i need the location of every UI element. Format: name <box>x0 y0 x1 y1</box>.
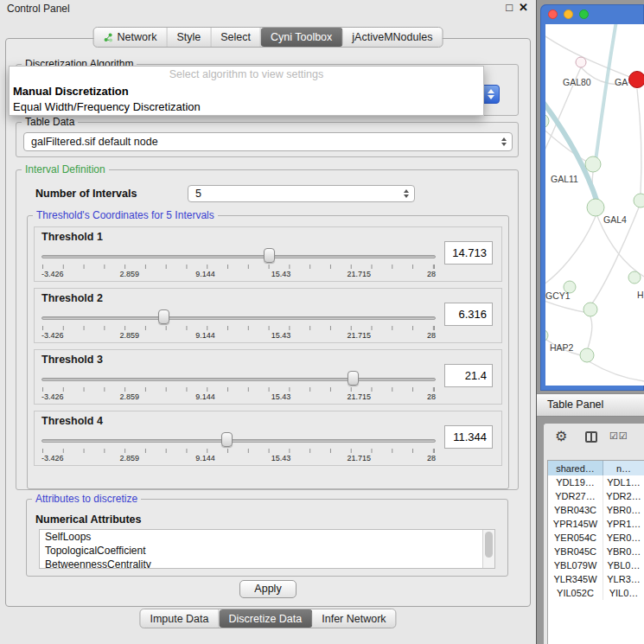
table-row[interactable]: YBR043CYBR0… <box>548 503 644 517</box>
slider-ticks <box>42 387 435 392</box>
network-view-window[interactable]: GA GAL80 <box>540 4 644 391</box>
threshold-value-field[interactable]: 21.4 <box>444 364 493 387</box>
menu-item-equal-width-frequency[interactable]: Equal Width/Frequency Discretization <box>10 99 483 115</box>
table-row[interactable]: YER054CYER0… <box>548 531 644 545</box>
tab-impute-data[interactable]: Impute Data <box>140 609 219 628</box>
node-label-partial: H <box>637 290 644 300</box>
table-cell[interactable]: YBL0… <box>603 558 644 572</box>
node-label-gal4: GAL4 <box>603 214 627 225</box>
threshold-value-field[interactable]: 14.713 <box>444 241 493 265</box>
threshold-slider[interactable]: -3.4262.8599.14415.4321.71528 <box>41 246 436 279</box>
table-cell[interactable]: YLR345W <box>548 572 603 586</box>
threshold-panel: Threshold 1-3.4262.8599.14415.4321.71528… <box>34 226 502 282</box>
tick-label: 2.859 <box>120 392 140 401</box>
tab-infer-network[interactable]: Infer Network <box>312 609 395 628</box>
threshold-label: Threshold 4 <box>41 415 103 427</box>
slider-ticks <box>42 449 435 453</box>
slider-tick-labels: -3.4262.8599.14415.4321.71528 <box>41 454 436 462</box>
slider-track[interactable] <box>41 439 436 443</box>
apply-button[interactable]: Apply <box>239 580 296 598</box>
gear-icon[interactable]: ⚙ <box>555 428 567 444</box>
float-window-icon[interactable]: □ <box>506 1 513 14</box>
table-cell[interactable]: YBL079W <box>548 558 603 572</box>
column-header-shared-name[interactable]: shared… <box>548 461 603 475</box>
table-row[interactable]: YLR345WYLR3… <box>548 572 644 586</box>
threshold-slider[interactable]: -3.4262.8599.14415.4321.71528 <box>41 369 436 402</box>
table-panel-header[interactable]: Table Panel <box>537 393 644 417</box>
threshold-slider[interactable]: -3.4262.8599.14415.4321.71528 <box>41 430 436 463</box>
slider-track[interactable] <box>41 255 436 258</box>
control-panel-window: Control Panel □ ✕ NetworkStyleSelectCyni… <box>0 0 537 644</box>
table-cell[interactable]: YPR145W <box>548 517 603 531</box>
network-nodes[interactable] <box>545 57 644 362</box>
table-cell[interactable]: YIL052C <box>548 586 603 600</box>
threshold-panel: Threshold 3-3.4262.8599.14415.4321.71528… <box>34 349 502 405</box>
interval-definition-group: Interval Definition Number of Intervals … <box>16 169 519 490</box>
slider-thumb[interactable] <box>221 432 233 447</box>
tab-cyni-toolbox[interactable]: Cyni Toolbox <box>261 28 342 47</box>
slider-thumb[interactable] <box>348 371 359 386</box>
attribute-list-item[interactable]: BetweennessCentrality <box>40 558 494 569</box>
slider-thumb[interactable] <box>264 248 275 263</box>
table-cell[interactable]: YDR2… <box>603 489 644 503</box>
table-cell[interactable]: YBR045C <box>548 545 603 558</box>
selected-red-node[interactable] <box>629 72 644 88</box>
table-cell[interactable]: YBR043C <box>548 503 603 517</box>
table-cell[interactable]: YER0… <box>603 531 644 545</box>
minimize-traffic-light-icon[interactable] <box>564 10 573 19</box>
table-cell[interactable]: YDL1… <box>603 475 644 489</box>
columns-icon[interactable] <box>585 431 597 443</box>
table-row[interactable]: YDR27…YDR2… <box>548 489 644 503</box>
table-row[interactable]: YBR045CYBR0… <box>548 545 644 558</box>
tab-select[interactable]: Select <box>211 28 261 47</box>
table-cell[interactable]: YDR27… <box>548 489 603 503</box>
table-cell[interactable]: YPR1… <box>603 517 644 531</box>
combobox-spinner-icon[interactable] <box>404 189 409 198</box>
list-scrollbar[interactable] <box>482 530 494 568</box>
threshold-value-field[interactable]: 11.344 <box>444 425 493 449</box>
table-row[interactable]: YIL052CYIL0… <box>548 586 644 600</box>
close-icon[interactable]: ✕ <box>519 1 528 14</box>
thresholds-group: Threshold's Coordinates for 5 Intervals … <box>27 215 509 489</box>
tab-network[interactable]: Network <box>94 28 168 47</box>
combobox-arrows-icon[interactable] <box>481 85 500 104</box>
table-row[interactable]: YPR145WYPR1… <box>548 517 644 531</box>
tab-discretize-data[interactable]: Discretize Data <box>220 609 313 628</box>
attribute-list-item[interactable]: TopologicalCoefficient <box>40 544 494 558</box>
network-canvas[interactable]: GA GAL80 <box>545 24 644 386</box>
select-columns-checkboxes-icon[interactable]: ☑☑ <box>609 430 628 442</box>
close-traffic-light-icon[interactable] <box>548 10 558 19</box>
tick-label: 9.144 <box>195 331 215 340</box>
slider-track[interactable] <box>41 316 436 320</box>
tab-label: Infer Network <box>322 613 386 625</box>
threshold-value-field[interactable]: 6.316 <box>444 303 493 326</box>
network-icon <box>104 33 113 42</box>
table-row[interactable]: YDL19…YDL1… <box>548 475 644 489</box>
slider-track[interactable] <box>41 378 436 381</box>
control-panel-titlebar[interactable]: Control Panel □ ✕ <box>0 0 536 17</box>
table-cell[interactable]: YBR0… <box>603 503 644 517</box>
table-cell[interactable]: YDL19… <box>548 475 603 489</box>
tick-label: 28 <box>427 392 436 401</box>
slider-thumb[interactable] <box>158 309 169 324</box>
zoom-traffic-light-icon[interactable] <box>579 10 589 19</box>
table-cell[interactable]: YER054C <box>548 531 603 545</box>
table-cell[interactable]: YBR0… <box>603 545 644 558</box>
tab-label: Cyni Toolbox <box>271 31 332 43</box>
tab-jactivemnodules[interactable]: jActiveMNodules <box>342 28 442 47</box>
combobox-spinner-icon[interactable] <box>501 137 507 146</box>
scrollbar-thumb[interactable] <box>485 532 493 558</box>
threshold-slider[interactable]: -3.4262.8599.14415.4321.71528 <box>41 308 436 341</box>
tick-label: 2.859 <box>120 454 140 462</box>
table-cell[interactable]: YLR3… <box>603 572 644 586</box>
number-of-intervals-combobox[interactable]: 5 <box>188 185 415 202</box>
table-data-combobox[interactable]: galFiltered.sif default node <box>23 132 513 151</box>
dropdown-placeholder: Select algorithm to view settings <box>10 67 483 84</box>
table-cell[interactable]: YIL0… <box>603 586 644 600</box>
attribute-list-item[interactable]: SelfLoops <box>40 530 494 544</box>
tab-style[interactable]: Style <box>167 28 211 47</box>
menu-item-manual-discretization[interactable]: Manual Discretization <box>10 84 483 99</box>
table-row[interactable]: YBL079WYBL0… <box>548 558 644 572</box>
numerical-attributes-list[interactable]: SelfLoopsTopologicalCoefficientBetweenne… <box>39 529 495 569</box>
column-header-name[interactable]: n… <box>603 461 644 475</box>
